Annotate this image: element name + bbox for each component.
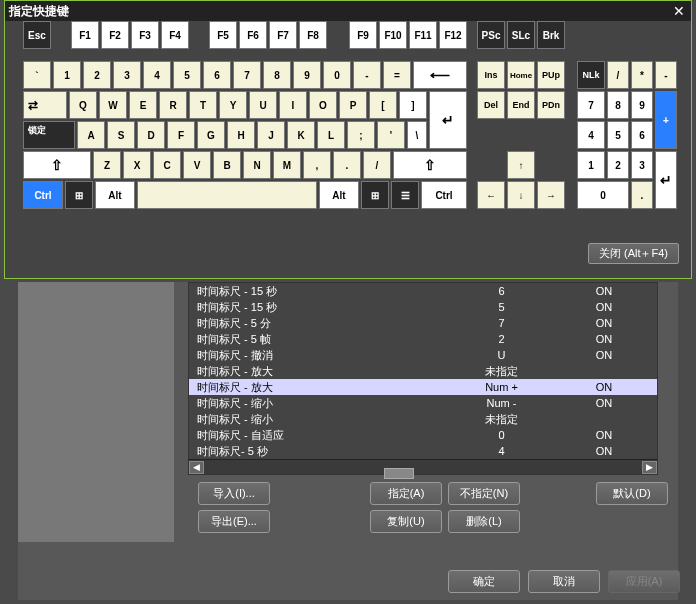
key-f8[interactable]: F8 bbox=[299, 21, 327, 49]
key-x[interactable]: X bbox=[123, 151, 151, 179]
key-f[interactable]: F bbox=[167, 121, 195, 149]
key-h[interactable]: H bbox=[227, 121, 255, 149]
key-4[interactable]: 4 bbox=[143, 61, 171, 89]
key-comma[interactable]: , bbox=[303, 151, 331, 179]
key-b[interactable]: B bbox=[213, 151, 241, 179]
key-backslash[interactable]: \ bbox=[407, 121, 427, 149]
key-np2[interactable]: 2 bbox=[607, 151, 629, 179]
import-button[interactable]: 导入(I)... bbox=[198, 482, 270, 505]
key-semicolon[interactable]: ; bbox=[347, 121, 375, 149]
key-np0[interactable]: 0 bbox=[577, 181, 629, 209]
key-space[interactable] bbox=[137, 181, 317, 209]
key-printscreen[interactable]: PSc bbox=[477, 21, 505, 49]
duplicate-button[interactable]: 复制(U) bbox=[370, 510, 442, 533]
key-shift-right[interactable]: ⇧ bbox=[393, 151, 467, 179]
key-period[interactable]: . bbox=[333, 151, 361, 179]
assign-button[interactable]: 指定(A) bbox=[370, 482, 442, 505]
key-0[interactable]: 0 bbox=[323, 61, 351, 89]
close-icon[interactable]: ✕ bbox=[671, 3, 687, 19]
table-row[interactable]: 时间标尺 - 放大Num +ON bbox=[189, 379, 657, 395]
key-e[interactable]: E bbox=[129, 91, 157, 119]
key-right[interactable]: → bbox=[537, 181, 565, 209]
key-np4[interactable]: 4 bbox=[577, 121, 605, 149]
key-o[interactable]: O bbox=[309, 91, 337, 119]
export-button[interactable]: 导出(E)... bbox=[198, 510, 270, 533]
key-f5[interactable]: F5 bbox=[209, 21, 237, 49]
key-np-multiply[interactable]: * bbox=[631, 61, 653, 89]
key-home[interactable]: Home bbox=[507, 61, 535, 89]
key-break[interactable]: Brk bbox=[537, 21, 565, 49]
key-v[interactable]: V bbox=[183, 151, 211, 179]
key-s[interactable]: S bbox=[107, 121, 135, 149]
key-q[interactable]: Q bbox=[69, 91, 97, 119]
table-row[interactable]: 时间标尺 - 15 秒5ON bbox=[189, 299, 657, 315]
key-2[interactable]: 2 bbox=[83, 61, 111, 89]
key-insert[interactable]: Ins bbox=[477, 61, 505, 89]
key-f10[interactable]: F10 bbox=[379, 21, 407, 49]
ok-button[interactable]: 确定 bbox=[448, 570, 520, 593]
key-up[interactable]: ↑ bbox=[507, 151, 535, 179]
key-alt-left[interactable]: Alt bbox=[95, 181, 135, 209]
key-z[interactable]: Z bbox=[93, 151, 121, 179]
key-np9[interactable]: 9 bbox=[631, 91, 653, 119]
key-c[interactable]: C bbox=[153, 151, 181, 179]
key-f3[interactable]: F3 bbox=[131, 21, 159, 49]
key-win-right[interactable]: ⊞ bbox=[361, 181, 389, 209]
key-np-minus[interactable]: - bbox=[655, 61, 677, 89]
key-l[interactable]: L bbox=[317, 121, 345, 149]
key-g[interactable]: G bbox=[197, 121, 225, 149]
shortcut-list[interactable]: 时间标尺 - 15 秒6ON时间标尺 - 15 秒5ON时间标尺 - 5 分7O… bbox=[188, 282, 658, 475]
key-d[interactable]: D bbox=[137, 121, 165, 149]
key-shift-left[interactable]: ⇧ bbox=[23, 151, 91, 179]
scroll-right-button[interactable]: ▶ bbox=[642, 461, 657, 474]
key-enter[interactable]: ↵ bbox=[429, 91, 467, 149]
key-3[interactable]: 3 bbox=[113, 61, 141, 89]
key-np-enter[interactable]: ↵ bbox=[655, 151, 677, 209]
table-row[interactable]: 时间标尺 - 5 分7ON bbox=[189, 315, 657, 331]
close-button[interactable]: 关闭 (Alt＋F4) bbox=[588, 243, 679, 264]
table-row[interactable]: 时间标尺- 5 秒4ON bbox=[189, 443, 657, 459]
key-np6[interactable]: 6 bbox=[631, 121, 653, 149]
key-w[interactable]: W bbox=[99, 91, 127, 119]
key-numlock[interactable]: NLk bbox=[577, 61, 605, 89]
table-row[interactable]: 时间标尺 - 缩小Num -ON bbox=[189, 395, 657, 411]
key-tilde[interactable]: ` bbox=[23, 61, 51, 89]
key-p[interactable]: P bbox=[339, 91, 367, 119]
key-esc[interactable]: Esc bbox=[23, 21, 51, 49]
key-pageup[interactable]: PUp bbox=[537, 61, 565, 89]
key-np7[interactable]: 7 bbox=[577, 91, 605, 119]
table-row[interactable]: 时间标尺 - 自适应0ON bbox=[189, 427, 657, 443]
key-delete[interactable]: Del bbox=[477, 91, 505, 119]
key-u[interactable]: U bbox=[249, 91, 277, 119]
key-f1[interactable]: F1 bbox=[71, 21, 99, 49]
key-np-plus[interactable]: + bbox=[655, 91, 677, 149]
key-left[interactable]: ← bbox=[477, 181, 505, 209]
delete-button[interactable]: 删除(L) bbox=[448, 510, 520, 533]
key-minus[interactable]: - bbox=[353, 61, 381, 89]
key-scrolllock[interactable]: SLc bbox=[507, 21, 535, 49]
key-down[interactable]: ↓ bbox=[507, 181, 535, 209]
key-f7[interactable]: F7 bbox=[269, 21, 297, 49]
key-menu[interactable]: ☰ bbox=[391, 181, 419, 209]
key-win-left[interactable]: ⊞ bbox=[65, 181, 93, 209]
table-row[interactable]: 时间标尺 - 撤消UON bbox=[189, 347, 657, 363]
unassign-button[interactable]: 不指定(N) bbox=[448, 482, 520, 505]
key-end[interactable]: End bbox=[507, 91, 535, 119]
key-np8[interactable]: 8 bbox=[607, 91, 629, 119]
key-m[interactable]: M bbox=[273, 151, 301, 179]
key-np5[interactable]: 5 bbox=[607, 121, 629, 149]
default-button[interactable]: 默认(D) bbox=[596, 482, 668, 505]
key-tab[interactable]: ⇄ bbox=[23, 91, 67, 119]
key-r[interactable]: R bbox=[159, 91, 187, 119]
table-row[interactable]: 时间标尺 - 5 帧2ON bbox=[189, 331, 657, 347]
key-np-divide[interactable]: / bbox=[607, 61, 629, 89]
key-8[interactable]: 8 bbox=[263, 61, 291, 89]
key-f4[interactable]: F4 bbox=[161, 21, 189, 49]
key-pagedn[interactable]: PDn bbox=[537, 91, 565, 119]
table-row[interactable]: 时间标尺 - 缩小未指定 bbox=[189, 411, 657, 427]
key-f6[interactable]: F6 bbox=[239, 21, 267, 49]
key-a[interactable]: A bbox=[77, 121, 105, 149]
key-quote[interactable]: ' bbox=[377, 121, 405, 149]
key-lbracket[interactable]: [ bbox=[369, 91, 397, 119]
key-capslock[interactable]: 锁定 bbox=[23, 121, 75, 149]
